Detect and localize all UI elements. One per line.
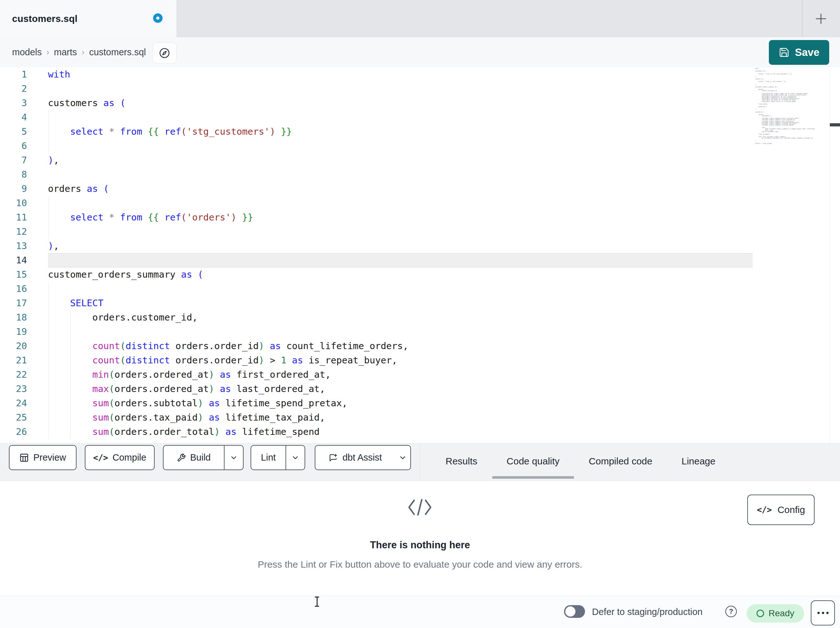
editor-scrollbar[interactable] xyxy=(829,67,840,443)
line-number: 15 xyxy=(0,267,27,282)
line-number: 11 xyxy=(0,210,27,225)
lint-dropdown-button[interactable] xyxy=(286,446,305,470)
connection-status-badge[interactable]: Ready xyxy=(747,604,804,623)
code-icon: </> xyxy=(757,505,772,515)
code-text: count(distinct orders.order_id) > 1 as i… xyxy=(48,353,753,367)
code-line-11[interactable]: 11 select * from {{ ref('orders') }} xyxy=(0,210,753,225)
line-number: 3 xyxy=(0,96,27,110)
preview-label: Preview xyxy=(33,452,66,463)
build-button[interactable]: Build xyxy=(164,446,224,470)
code-line-6[interactable]: 6 xyxy=(0,139,753,153)
wrench-icon xyxy=(177,453,186,462)
breadcrumb: models›marts›customers.sql xyxy=(12,37,146,67)
defer-label: Defer to staging/production xyxy=(592,607,703,617)
line-number: 13 xyxy=(0,239,27,253)
tab-bar: customers.sql xyxy=(0,0,840,37)
panel-tab-code-quality[interactable]: Code quality xyxy=(507,443,560,479)
code-line-13[interactable]: 13), xyxy=(0,239,753,253)
line-number: 7 xyxy=(0,153,27,168)
panel-tab-lineage[interactable]: Lineage xyxy=(682,443,715,479)
code-line-21[interactable]: 21 count(distinct orders.order_id) > 1 a… xyxy=(0,353,753,367)
code-line-20[interactable]: 20 count(distinct orders.order_id) as co… xyxy=(0,339,753,353)
code-line-16[interactable]: 16 xyxy=(0,282,753,296)
code-line-8[interactable]: 8 xyxy=(0,168,753,182)
line-number: 14 xyxy=(0,253,27,267)
code-text xyxy=(48,110,753,125)
code-icon: </> xyxy=(93,453,108,462)
code-line-22[interactable]: 22 min(orders.ordered_at) as first_order… xyxy=(0,367,753,382)
line-number: 10 xyxy=(0,196,27,210)
code-line-23[interactable]: 23 max(orders.ordered_at) as last_ordere… xyxy=(0,382,753,396)
help-button[interactable]: ? xyxy=(725,606,737,617)
line-number: 1 xyxy=(0,67,27,82)
panel-tab-results[interactable]: Results xyxy=(445,443,477,479)
code-line-15[interactable]: 15customer_orders_summary as ( xyxy=(0,267,753,282)
line-number: 16 xyxy=(0,282,27,296)
code-line-3[interactable]: 3customers as ( xyxy=(0,96,753,110)
code-editor[interactable]: 1with23customers as (45 select * from {{… xyxy=(0,67,753,439)
code-line-4[interactable]: 4 xyxy=(0,110,753,125)
code-line-26[interactable]: 26 sum(orders.order_total) as lifetime_s… xyxy=(0,425,753,439)
code-line-2[interactable]: 2 xyxy=(0,82,753,96)
more-options-button[interactable] xyxy=(811,600,835,625)
lint-button[interactable]: Lint xyxy=(251,446,286,470)
chat-sparkle-icon xyxy=(328,453,338,462)
lint-split-button: Lint xyxy=(251,445,305,470)
breadcrumb-separator-icon: › xyxy=(47,47,49,57)
code-line-19[interactable]: 19 xyxy=(0,325,753,339)
line-number: 6 xyxy=(0,139,27,153)
file-tab-customers-sql[interactable]: customers.sql xyxy=(0,0,177,37)
code-line-5[interactable]: 5 select * from {{ ref('stg_customers') … xyxy=(0,125,753,139)
compile-button[interactable]: </> Compile xyxy=(85,445,155,470)
indent-guide xyxy=(48,367,49,382)
indent-guide xyxy=(48,282,49,296)
table-icon xyxy=(19,453,29,462)
status-label: Ready xyxy=(769,608,794,619)
defer-toggle[interactable] xyxy=(564,605,585,618)
compile-label: Compile xyxy=(112,452,146,463)
panel-tab-compiled-code[interactable]: Compiled code xyxy=(589,443,652,479)
editor-minimap[interactable]: withcustomers as ( select * from {{ ref(… xyxy=(755,68,827,144)
code-text xyxy=(48,253,753,267)
config-button[interactable]: </> Config xyxy=(747,495,815,525)
line-number: 25 xyxy=(0,410,27,425)
indent-guide xyxy=(48,125,49,139)
status-bar: Defer to staging/production ? Ready xyxy=(0,596,840,628)
code-line-9[interactable]: 9orders as ( xyxy=(0,182,753,196)
chevron-down-icon xyxy=(230,454,238,462)
code-line-17[interactable]: 17 SELECT xyxy=(0,296,753,310)
dbt-assist-button[interactable]: dbt Assist xyxy=(315,445,411,470)
scrollbar-thumb[interactable] xyxy=(830,123,840,127)
line-number: 20 xyxy=(0,339,27,353)
code-line-7[interactable]: 7), xyxy=(0,153,753,168)
indent-guide xyxy=(48,225,49,239)
save-button-label: Save xyxy=(795,46,819,59)
breadcrumb-item-customers-sql[interactable]: customers.sql xyxy=(89,47,146,57)
preview-button[interactable]: Preview xyxy=(9,445,77,470)
indent-guide xyxy=(48,110,49,125)
build-dropdown-button[interactable] xyxy=(224,446,243,470)
code-text: ), xyxy=(48,153,753,168)
code-line-25[interactable]: 25 sum(orders.tax_paid) as lifetime_tax_… xyxy=(0,410,753,425)
file-tab-title: customers.sql xyxy=(12,13,77,24)
code-text: sum(orders.tax_paid) as lifetime_tax_pai… xyxy=(48,410,753,425)
code-line-1[interactable]: 1with xyxy=(0,67,753,82)
indent-guide xyxy=(48,339,49,353)
code-line-18[interactable]: 18 orders.customer_id, xyxy=(0,310,753,325)
results-panel-tabs: ResultsCode qualityCompiled codeLineage xyxy=(445,443,715,479)
new-tab-button[interactable] xyxy=(812,9,830,28)
line-number: 4 xyxy=(0,110,27,125)
breadcrumb-item-marts[interactable]: marts xyxy=(54,47,77,57)
code-line-10[interactable]: 10 xyxy=(0,196,753,210)
code-line-12[interactable]: 12 xyxy=(0,225,753,239)
unsaved-changes-dot-icon xyxy=(153,13,163,23)
code-line-24[interactable]: 24 sum(orders.subtotal) as lifetime_spen… xyxy=(0,396,753,410)
dbt-assist-dropdown-button[interactable] xyxy=(395,446,410,470)
config-label: Config xyxy=(777,505,805,515)
save-button[interactable]: Save xyxy=(769,40,829,65)
code-line-14[interactable]: 14 xyxy=(0,253,753,267)
open-lineage-button[interactable] xyxy=(152,42,177,64)
code-text: ), xyxy=(48,239,753,253)
line-number: 26 xyxy=(0,425,27,439)
breadcrumb-item-models[interactable]: models xyxy=(12,47,42,57)
